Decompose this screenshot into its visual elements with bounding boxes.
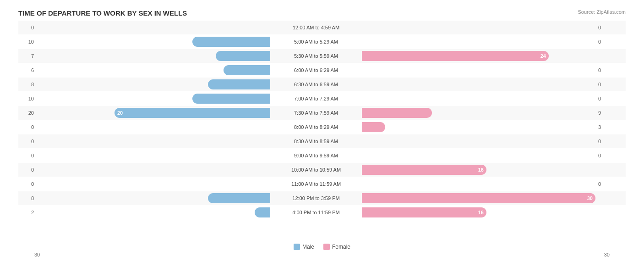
left-value: 0: [18, 153, 37, 158]
bar-row: 09:00 AM to 9:59 AM0: [18, 149, 626, 162]
left-value: 0: [18, 167, 37, 173]
legend-male-color: [294, 244, 300, 250]
right-value: 0: [595, 82, 614, 87]
center-label: 5:00 AM to 5:29 AM: [270, 39, 362, 45]
bar-row: 012:00 AM to 4:59 AM0: [18, 21, 626, 34]
legend-male-label: Male: [302, 244, 314, 250]
center-label: 12:00 PM to 3:59 PM: [270, 195, 362, 201]
right-value: 0: [595, 153, 614, 158]
right-value: 0: [595, 67, 614, 73]
center-label: 6:30 AM to 6:59 AM: [270, 82, 362, 87]
left-value: 0: [18, 181, 37, 187]
left-value: 6: [18, 67, 37, 73]
bar-row: 010:00 AM to 10:59 AM16: [18, 163, 626, 177]
chart-title: TIME OF DEPARTURE TO WORK BY SEX IN WELL…: [18, 9, 626, 17]
right-value: 0: [595, 139, 614, 144]
center-label: 8:30 AM to 8:59 AM: [270, 139, 362, 144]
bar-female: [362, 108, 432, 118]
left-value: 0: [18, 139, 37, 144]
legend-female-label: Female: [332, 244, 350, 250]
right-value: 0: [595, 96, 614, 101]
right-value: 3: [595, 124, 614, 130]
bar-row: 107:00 AM to 7:29 AM0: [18, 92, 626, 106]
left-value: 0: [18, 25, 37, 30]
bar-male: [255, 207, 270, 217]
bar-male: [208, 193, 270, 203]
center-label: 12:00 AM to 4:59 AM: [270, 25, 362, 30]
source-text: Source: ZipAtlas.com: [578, 9, 626, 15]
bar-row: 66:00 AM to 6:29 AM0: [18, 63, 626, 77]
bar-female: 16: [362, 207, 486, 217]
legend-area: Male Female: [18, 244, 626, 250]
legend-female-color: [323, 244, 330, 250]
bar-row: 75:30 AM to 5:59 AM24: [18, 49, 626, 63]
bar-female: 30: [362, 193, 595, 203]
bar-male: [216, 51, 270, 61]
bar-female: 16: [362, 165, 486, 175]
bar-row: 105:00 AM to 5:29 AM0: [18, 35, 626, 49]
center-label: 10:00 AM to 10:59 AM: [270, 167, 362, 173]
left-value: 10: [18, 96, 37, 101]
axis-right: 30: [604, 252, 610, 257]
bar-row: 011:00 AM to 11:59 AM0: [18, 177, 626, 191]
bar-row: 24:00 PM to 11:59 PM16: [18, 206, 626, 219]
axis-labels: 30 30: [18, 252, 626, 257]
bar-row: 08:00 AM to 8:29 AM3: [18, 120, 626, 134]
legend-male: Male: [294, 244, 314, 250]
center-label: 7:00 AM to 7:29 AM: [270, 96, 362, 101]
center-label: 11:00 AM to 11:59 AM: [270, 181, 362, 187]
bar-male: [192, 94, 270, 104]
center-label: 6:00 AM to 6:29 AM: [270, 67, 362, 73]
bar-male: [224, 65, 270, 75]
bar-row: 20207:30 AM to 7:59 AM9: [18, 106, 626, 120]
left-value: 8: [18, 195, 37, 201]
left-value: 0: [18, 124, 37, 130]
left-value: 7: [18, 53, 37, 59]
chart-area: 012:00 AM to 4:59 AM0105:00 AM to 5:29 A…: [18, 21, 626, 241]
left-value: 10: [18, 39, 37, 45]
left-value: 20: [18, 110, 37, 116]
bar-male: 20: [115, 108, 270, 118]
legend-female: Female: [323, 244, 350, 250]
left-value: 8: [18, 82, 37, 87]
right-value: 0: [595, 39, 614, 45]
bar-row: 08:30 AM to 8:59 AM0: [18, 134, 626, 148]
bar-male: [208, 79, 270, 89]
center-label: 9:00 AM to 9:59 AM: [270, 153, 362, 158]
bar-male: [192, 37, 270, 47]
axis-left: 30: [34, 252, 40, 257]
center-label: 5:30 AM to 5:59 AM: [270, 53, 362, 59]
right-value: 0: [595, 25, 614, 30]
chart-container: TIME OF DEPARTURE TO WORK BY SEX IN WELL…: [0, 0, 644, 273]
center-label: 8:00 AM to 8:29 AM: [270, 124, 362, 130]
bar-female: 24: [362, 51, 549, 61]
right-value: 9: [595, 110, 614, 116]
right-value: 0: [595, 181, 614, 187]
bar-female: [362, 122, 385, 132]
center-label: 7:30 AM to 7:59 AM: [270, 110, 362, 116]
left-value: 2: [18, 210, 37, 215]
bar-row: 812:00 PM to 3:59 PM30: [18, 191, 626, 205]
bar-row: 86:30 AM to 6:59 AM0: [18, 78, 626, 91]
center-label: 4:00 PM to 11:59 PM: [270, 210, 362, 215]
